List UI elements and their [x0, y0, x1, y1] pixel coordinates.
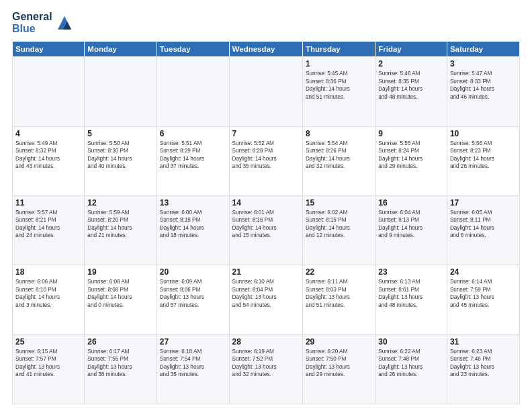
calendar-cell: 29Sunrise: 6:20 AMSunset: 7:50 PMDayligh… — [302, 334, 375, 404]
cell-content: Sunrise: 5:51 AMSunset: 8:29 PMDaylight:… — [160, 140, 226, 171]
calendar-cell: 3Sunrise: 5:47 AMSunset: 8:33 PMDaylight… — [447, 57, 519, 126]
day-number: 23 — [378, 267, 444, 277]
cell-content: Sunrise: 6:20 AMSunset: 7:50 PMDaylight:… — [306, 348, 372, 379]
cell-content: Sunrise: 5:49 AMSunset: 8:32 PMDaylight:… — [15, 140, 81, 171]
calendar-cell: 30Sunrise: 6:22 AMSunset: 7:48 PMDayligh… — [375, 334, 447, 404]
calendar-cell: 23Sunrise: 6:13 AMSunset: 8:01 PMDayligh… — [375, 265, 447, 334]
cell-content: Sunrise: 6:19 AMSunset: 7:52 PMDaylight:… — [232, 348, 300, 379]
week-row-1: 4Sunrise: 5:49 AMSunset: 8:32 PMDaylight… — [13, 126, 520, 195]
calendar-cell: 11Sunrise: 5:57 AMSunset: 8:21 PMDayligh… — [13, 195, 85, 265]
day-number: 20 — [160, 267, 226, 277]
cell-content: Sunrise: 6:04 AMSunset: 8:13 PMDaylight:… — [378, 209, 444, 240]
day-number: 4 — [15, 129, 81, 138]
day-number: 7 — [232, 129, 300, 138]
cell-content: Sunrise: 5:57 AMSunset: 8:21 PMDaylight:… — [15, 209, 81, 240]
day-number: 3 — [450, 59, 517, 68]
calendar-cell: 8Sunrise: 5:54 AMSunset: 8:26 PMDaylight… — [302, 126, 375, 195]
calendar-cell: 13Sunrise: 6:00 AMSunset: 8:18 PMDayligh… — [157, 195, 229, 265]
day-number: 13 — [160, 198, 226, 208]
cell-content: Sunrise: 5:59 AMSunset: 8:20 PMDaylight:… — [87, 209, 154, 240]
calendar-cell: 7Sunrise: 5:52 AMSunset: 8:28 PMDaylight… — [229, 126, 302, 195]
cell-content: Sunrise: 6:22 AMSunset: 7:48 PMDaylight:… — [378, 348, 444, 379]
calendar-cell: 14Sunrise: 6:01 AMSunset: 8:16 PMDayligh… — [229, 195, 302, 265]
calendar-cell: 12Sunrise: 5:59 AMSunset: 8:20 PMDayligh… — [85, 195, 157, 265]
calendar-cell: 10Sunrise: 5:56 AMSunset: 8:23 PMDayligh… — [447, 126, 519, 195]
day-number: 10 — [450, 129, 517, 138]
calendar-cell: 5Sunrise: 5:50 AMSunset: 8:30 PMDaylight… — [85, 126, 157, 195]
calendar-cell: 24Sunrise: 6:14 AMSunset: 7:59 PMDayligh… — [447, 265, 519, 334]
calendar-table: SundayMondayTuesdayWednesdayThursdayFrid… — [12, 41, 520, 404]
week-row-3: 18Sunrise: 6:06 AMSunset: 8:10 PMDayligh… — [13, 265, 520, 334]
cell-content: Sunrise: 6:14 AMSunset: 7:59 PMDaylight:… — [450, 278, 517, 309]
calendar-cell: 9Sunrise: 5:55 AMSunset: 8:24 PMDaylight… — [375, 126, 447, 195]
weekday-header-saturday: Saturday — [447, 42, 519, 57]
cell-content: Sunrise: 6:01 AMSunset: 8:16 PMDaylight:… — [232, 209, 300, 240]
weekday-header-sunday: Sunday — [13, 42, 85, 57]
calendar-cell: 6Sunrise: 5:51 AMSunset: 8:29 PMDaylight… — [157, 126, 229, 195]
weekday-header-monday: Monday — [85, 42, 157, 57]
day-number: 16 — [378, 198, 444, 208]
day-number: 14 — [232, 198, 300, 208]
logo-area: General Blue — [12, 11, 75, 34]
cell-content: Sunrise: 6:08 AMSunset: 8:08 PMDaylight:… — [87, 278, 154, 309]
cell-content: Sunrise: 6:05 AMSunset: 8:11 PMDaylight:… — [450, 209, 517, 240]
calendar-cell — [85, 57, 157, 126]
day-number: 30 — [378, 337, 444, 347]
day-number: 8 — [306, 129, 372, 138]
calendar-cell: 28Sunrise: 6:19 AMSunset: 7:52 PMDayligh… — [229, 334, 302, 404]
week-row-4: 25Sunrise: 6:15 AMSunset: 7:57 PMDayligh… — [13, 334, 520, 404]
calendar-cell — [229, 57, 302, 126]
week-row-0: 1Sunrise: 5:45 AMSunset: 8:36 PMDaylight… — [13, 57, 520, 126]
cell-content: Sunrise: 6:02 AMSunset: 8:15 PMDaylight:… — [306, 209, 372, 240]
weekday-header-tuesday: Tuesday — [157, 42, 229, 57]
calendar-cell: 18Sunrise: 6:06 AMSunset: 8:10 PMDayligh… — [13, 265, 85, 334]
logo-icon — [54, 12, 75, 34]
calendar-cell: 26Sunrise: 6:17 AMSunset: 7:55 PMDayligh… — [85, 334, 157, 404]
calendar-cell: 31Sunrise: 6:23 AMSunset: 7:46 PMDayligh… — [447, 334, 519, 404]
calendar-cell: 2Sunrise: 5:46 AMSunset: 8:35 PMDaylight… — [375, 57, 447, 126]
day-number: 5 — [87, 129, 154, 138]
day-number: 6 — [160, 129, 226, 138]
day-number: 11 — [15, 198, 81, 208]
header: General Blue — [12, 11, 520, 34]
calendar-cell: 21Sunrise: 6:10 AMSunset: 8:04 PMDayligh… — [229, 265, 302, 334]
day-number: 25 — [15, 337, 81, 347]
logo-general: General — [12, 11, 52, 23]
day-number: 1 — [306, 59, 372, 68]
cell-content: Sunrise: 6:11 AMSunset: 8:03 PMDaylight:… — [306, 278, 372, 309]
page: General Blue SundayMondayTuesdayWednesda… — [0, 0, 532, 411]
cell-content: Sunrise: 5:47 AMSunset: 8:33 PMDaylight:… — [450, 70, 517, 101]
calendar-cell: 20Sunrise: 6:09 AMSunset: 8:06 PMDayligh… — [157, 265, 229, 334]
day-number: 24 — [450, 267, 517, 277]
calendar-cell: 4Sunrise: 5:49 AMSunset: 8:32 PMDaylight… — [13, 126, 85, 195]
calendar-cell: 15Sunrise: 6:02 AMSunset: 8:15 PMDayligh… — [302, 195, 375, 265]
calendar-cell — [13, 57, 85, 126]
cell-content: Sunrise: 6:23 AMSunset: 7:46 PMDaylight:… — [450, 348, 517, 379]
weekday-header-thursday: Thursday — [302, 42, 375, 57]
calendar-cell: 27Sunrise: 6:18 AMSunset: 7:54 PMDayligh… — [157, 334, 229, 404]
cell-content: Sunrise: 6:18 AMSunset: 7:54 PMDaylight:… — [160, 348, 226, 379]
calendar-cell: 25Sunrise: 6:15 AMSunset: 7:57 PMDayligh… — [13, 334, 85, 404]
cell-content: Sunrise: 6:09 AMSunset: 8:06 PMDaylight:… — [160, 278, 226, 309]
week-row-2: 11Sunrise: 5:57 AMSunset: 8:21 PMDayligh… — [13, 195, 520, 265]
cell-content: Sunrise: 5:56 AMSunset: 8:23 PMDaylight:… — [450, 140, 517, 171]
day-number: 29 — [306, 337, 372, 347]
calendar-cell — [157, 57, 229, 126]
cell-content: Sunrise: 6:15 AMSunset: 7:57 PMDaylight:… — [15, 348, 81, 379]
cell-content: Sunrise: 6:10 AMSunset: 8:04 PMDaylight:… — [232, 278, 300, 309]
day-number: 12 — [87, 198, 154, 208]
cell-content: Sunrise: 6:17 AMSunset: 7:55 PMDaylight:… — [87, 348, 154, 379]
day-number: 27 — [160, 337, 226, 347]
day-number: 22 — [306, 267, 372, 277]
day-number: 31 — [450, 337, 517, 347]
day-number: 2 — [378, 59, 444, 68]
cell-content: Sunrise: 6:13 AMSunset: 8:01 PMDaylight:… — [378, 278, 444, 309]
weekday-header-row: SundayMondayTuesdayWednesdayThursdayFrid… — [13, 42, 520, 57]
day-number: 18 — [15, 267, 81, 277]
cell-content: Sunrise: 5:52 AMSunset: 8:28 PMDaylight:… — [232, 140, 300, 171]
weekday-header-wednesday: Wednesday — [229, 42, 302, 57]
cell-content: Sunrise: 5:55 AMSunset: 8:24 PMDaylight:… — [378, 140, 444, 171]
calendar-cell: 1Sunrise: 5:45 AMSunset: 8:36 PMDaylight… — [302, 57, 375, 126]
cell-content: Sunrise: 5:54 AMSunset: 8:26 PMDaylight:… — [306, 140, 372, 171]
calendar-cell: 19Sunrise: 6:08 AMSunset: 8:08 PMDayligh… — [85, 265, 157, 334]
